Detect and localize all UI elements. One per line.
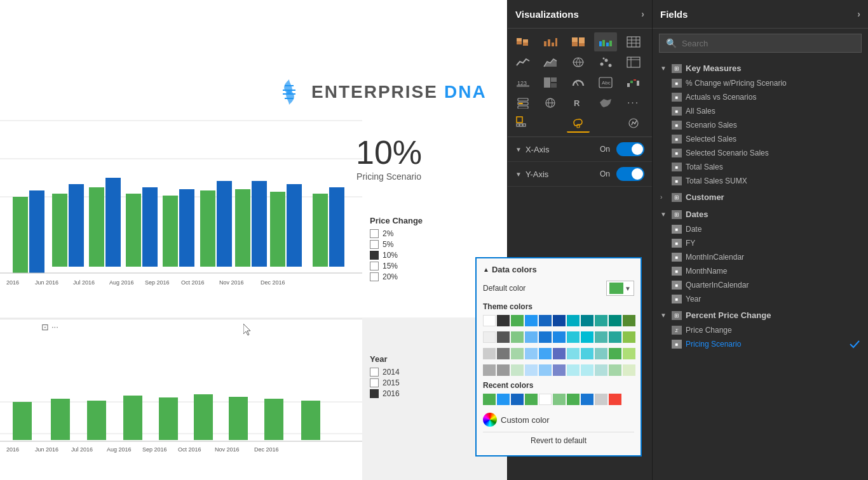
theme-color[interactable] — [581, 315, 593, 326]
tree-item-year[interactable]: ■ Year — [653, 292, 868, 306]
fields-search-container[interactable]: 🔍 — [659, 34, 862, 53]
theme-color[interactable] — [553, 348, 566, 359]
viz-icon-kpi[interactable]: 123 — [512, 73, 534, 92]
theme-color[interactable] — [609, 364, 621, 376]
theme-color[interactable] — [623, 364, 635, 376]
viz-icon-100pct-bar[interactable] — [567, 32, 590, 51]
theme-color[interactable] — [581, 331, 593, 343]
theme-color[interactable] — [553, 364, 566, 376]
tree-item-quarter-in-calendar[interactable]: ■ QuarterInCalendar — [653, 278, 868, 292]
resize-icon[interactable]: ⊡ — [41, 322, 49, 332]
recent-color[interactable] — [511, 394, 524, 405]
recent-color[interactable] — [497, 394, 510, 405]
tree-item-total-sales[interactable]: ■ Total Sales — [653, 160, 868, 174]
viz-icon-line[interactable] — [512, 53, 534, 72]
chart-handles[interactable]: ⊡ ··· — [41, 322, 58, 332]
tree-item-month-in-calendar[interactable]: ■ MonthInCalendar — [653, 250, 868, 264]
theme-color[interactable] — [483, 364, 496, 376]
recent-color[interactable] — [609, 394, 621, 405]
viz-icon-card[interactable]: Abc — [594, 73, 617, 92]
theme-color[interactable] — [497, 331, 510, 343]
tree-item-fy[interactable]: ■ FY — [653, 236, 868, 250]
legend-item-20pct[interactable]: 20% — [370, 272, 423, 281]
viz-icon-more[interactable]: ··· — [622, 93, 645, 112]
y-axis-toggle[interactable] — [616, 167, 644, 181]
checkbox-2pct[interactable] — [370, 229, 379, 238]
y-axis-chevron[interactable]: ▼ — [515, 171, 522, 178]
theme-color[interactable] — [511, 315, 524, 326]
theme-color[interactable] — [553, 331, 566, 343]
tree-item-selected-sales[interactable]: ■ Selected Sales — [653, 132, 868, 146]
theme-color[interactable] — [623, 315, 635, 326]
theme-color[interactable] — [623, 348, 635, 359]
search-input[interactable] — [682, 39, 855, 48]
recent-color[interactable] — [553, 394, 566, 405]
theme-color[interactable] — [483, 315, 496, 326]
theme-color[interactable] — [511, 348, 524, 359]
theme-color[interactable] — [581, 364, 593, 376]
theme-color[interactable] — [567, 348, 580, 359]
data-colors-chevron[interactable]: ▲ — [483, 266, 489, 273]
theme-color[interactable] — [609, 331, 621, 343]
theme-color[interactable] — [525, 348, 538, 359]
tree-item-month-name[interactable]: ■ MonthName — [653, 264, 868, 278]
viz-icon-matrix[interactable] — [622, 53, 645, 72]
tree-section-header-ppc[interactable]: ▼ ⊞ Percent Price Change — [653, 307, 868, 323]
theme-color[interactable] — [539, 331, 552, 343]
theme-color[interactable] — [595, 331, 607, 343]
viz-panel-arrow[interactable]: › — [641, 9, 644, 19]
viz-icon-waterfall[interactable] — [622, 73, 645, 92]
viz-icon-r-visual[interactable]: R — [567, 93, 590, 112]
legend-item-2016[interactable]: 2016 — [370, 389, 400, 398]
more-options-icon[interactable]: ··· — [51, 322, 58, 332]
theme-color[interactable] — [581, 348, 593, 359]
viz-icon-clustered-bar[interactable] — [594, 32, 617, 51]
checkbox-10pct[interactable] — [370, 251, 379, 260]
legend-item-2015[interactable]: 2015 — [370, 378, 400, 387]
checkbox-5pct[interactable] — [370, 240, 379, 249]
checkbox-2014[interactable] — [370, 368, 379, 377]
viz-icon-bar-chart[interactable] — [539, 32, 562, 51]
viz-icon-stacked-bar[interactable] — [512, 32, 534, 51]
theme-color[interactable] — [525, 331, 538, 343]
theme-color[interactable] — [539, 348, 552, 359]
tree-item-pricing-scenario[interactable]: ■ Pricing Scenario — [653, 337, 868, 351]
tree-item-all-sales[interactable]: ■ All Sales — [653, 104, 868, 118]
theme-color[interactable] — [483, 331, 496, 343]
viz-icon-table[interactable] — [622, 32, 645, 51]
theme-color[interactable] — [511, 364, 524, 376]
x-axis-toggle[interactable] — [616, 142, 644, 156]
recent-color[interactable] — [539, 394, 552, 405]
theme-color[interactable] — [525, 315, 538, 326]
theme-color[interactable] — [567, 331, 580, 343]
tree-section-header-customer[interactable]: › ⊞ Customer — [653, 189, 868, 205]
recent-color[interactable] — [483, 394, 496, 405]
viz-icon-map-filled[interactable] — [567, 53, 590, 72]
viz-analytics-tab[interactable] — [622, 114, 645, 133]
theme-color[interactable] — [567, 315, 580, 326]
viz-icon-globe[interactable] — [539, 93, 562, 112]
legend-item-2pct[interactable]: 2% — [370, 229, 423, 238]
legend-item-15pct[interactable]: 15% — [370, 262, 423, 270]
theme-color[interactable] — [595, 315, 607, 326]
theme-color[interactable] — [525, 364, 538, 376]
tree-item-scenario-sales[interactable]: ■ Scenario Sales — [653, 118, 868, 132]
viz-format-paint-tab[interactable] — [567, 114, 590, 133]
theme-color[interactable] — [497, 315, 510, 326]
recent-color[interactable] — [567, 394, 580, 405]
tree-item-total-sales-sumx[interactable]: ■ Total Sales SUMX — [653, 174, 868, 188]
viz-icon-gauge[interactable] — [567, 73, 590, 92]
checkbox-2015[interactable] — [370, 378, 379, 387]
revert-default-btn[interactable]: Revert to default — [483, 432, 634, 449]
tree-item-price-change[interactable]: Σ Price Change — [653, 323, 868, 337]
tree-item-selected-scenario-sales[interactable]: ■ Selected Scenario Sales — [653, 146, 868, 160]
custom-color-btn[interactable]: Custom color — [483, 410, 634, 429]
theme-color[interactable] — [567, 364, 580, 376]
checkbox-2016[interactable] — [370, 389, 379, 398]
viz-icon-scatter[interactable] — [594, 53, 617, 72]
theme-color[interactable] — [623, 331, 635, 343]
theme-color[interactable] — [553, 315, 566, 326]
tree-section-header-key-measures[interactable]: ▼ ⊞ Key Measures — [653, 60, 868, 76]
recent-color[interactable] — [525, 394, 538, 405]
recent-color[interactable] — [581, 394, 593, 405]
